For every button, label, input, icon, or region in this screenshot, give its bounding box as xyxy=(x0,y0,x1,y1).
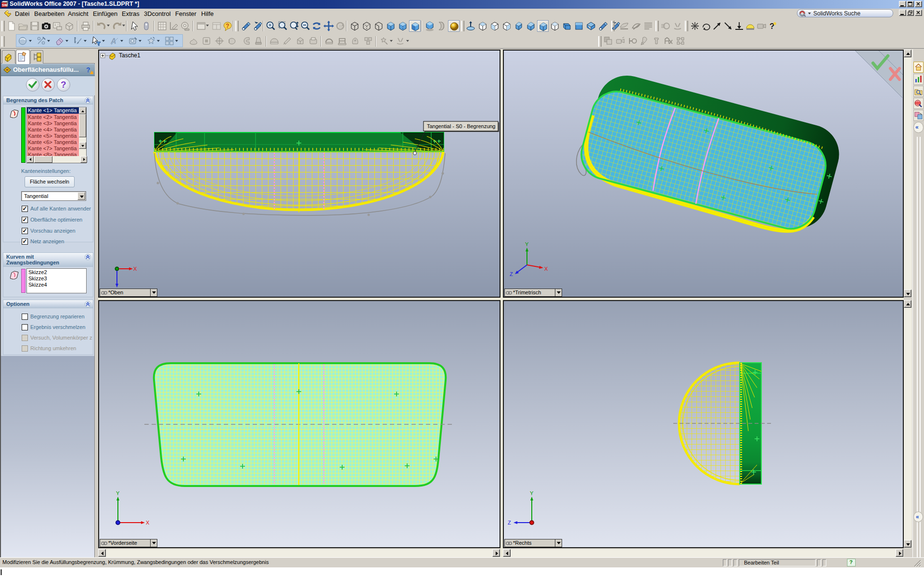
svg-text:Y: Y xyxy=(525,241,529,247)
svg-text:Z: Z xyxy=(510,271,513,277)
svg-text:X: X xyxy=(544,266,548,272)
svg-text:?: ? xyxy=(226,23,229,29)
svg-text:Y: Y xyxy=(116,490,120,496)
svg-text:Tasche1: Tasche1 xyxy=(119,52,141,59)
svg-text:?: ? xyxy=(61,79,66,90)
svg-text:A: A xyxy=(110,37,116,45)
svg-text:X: X xyxy=(133,266,137,272)
svg-text:SW: SW xyxy=(2,3,8,7)
svg-text:Z: Z xyxy=(508,520,511,525)
svg-text:Y: Y xyxy=(530,490,534,496)
svg-text:?: ? xyxy=(86,66,90,74)
svg-text:X: X xyxy=(146,520,150,525)
svg-text:Tangential - S0 - Begrenzung: Tangential - S0 - Begrenzung xyxy=(427,123,495,129)
